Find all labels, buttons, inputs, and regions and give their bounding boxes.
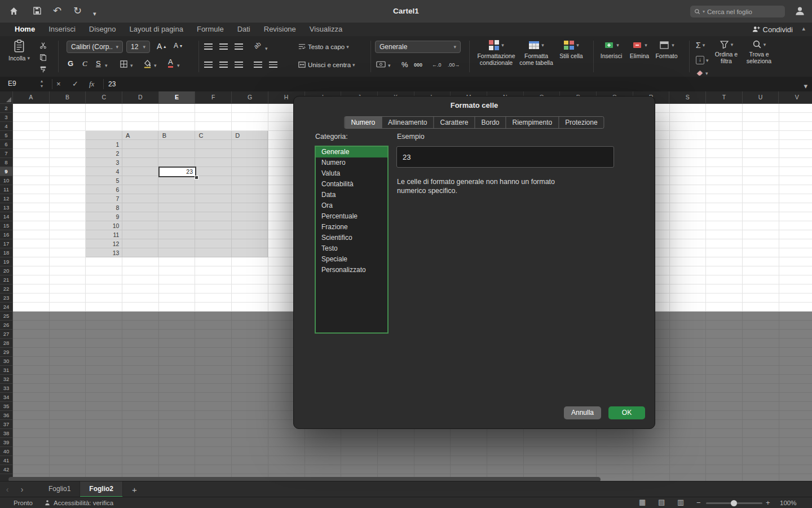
bold-button[interactable]: G — [68, 58, 73, 70]
cell-styles-button[interactable]: ▾ Stili cella — [557, 40, 585, 59]
orientation-icon[interactable]: ab — [253, 40, 262, 50]
format-cells-button[interactable]: ▾ Formato — [653, 40, 680, 59]
column-header-V[interactable]: V — [779, 91, 812, 103]
decrease-indent-icon[interactable] — [254, 62, 262, 68]
prev-sheet-icon[interactable]: ‹ — [0, 485, 15, 494]
sheet-tab-foglio2[interactable]: Foglio2 — [80, 481, 123, 497]
horizontal-scrollbar[interactable] — [8, 477, 601, 481]
column-header-C[interactable]: C — [86, 91, 122, 103]
column-header-A[interactable]: A — [13, 91, 50, 103]
row-header-28[interactable]: 28 — [0, 339, 12, 348]
fill-color-icon[interactable] — [143, 59, 152, 68]
row-header-7[interactable]: 7 — [0, 149, 12, 158]
clear-button[interactable]: ▾ — [696, 69, 708, 77]
row-header-40[interactable]: 40 — [0, 447, 12, 456]
category-ora[interactable]: Ora — [316, 200, 387, 211]
column-header-U[interactable]: U — [743, 91, 779, 103]
find-select-button[interactable]: ▾ Trova e seleziona — [743, 40, 775, 64]
row-header-30[interactable]: 30 — [0, 357, 12, 366]
fill-color-dropdown-icon[interactable]: ▾ — [154, 63, 157, 68]
borders-icon[interactable] — [120, 60, 128, 68]
data-table-region[interactable]: ABCD12345678910111213 — [86, 131, 268, 257]
font-size-select[interactable]: 12▾ — [126, 41, 150, 53]
percent-style-button[interactable]: % — [401, 59, 408, 71]
name-box-stepper[interactable]: ▴▾ — [41, 78, 43, 89]
row-header-34[interactable]: 34 — [0, 393, 12, 402]
align-bottom-icon[interactable] — [235, 43, 243, 50]
comma-style-button[interactable]: 000 — [414, 62, 422, 68]
row-header-18[interactable]: 18 — [0, 248, 12, 257]
grow-font-button[interactable]: A▴ — [157, 42, 166, 51]
category-speciale[interactable]: Speciale — [316, 254, 387, 265]
zoom-in-icon[interactable]: + — [766, 497, 770, 508]
row-header-5[interactable]: 5 — [0, 131, 12, 140]
align-right-icon[interactable] — [235, 62, 243, 68]
name-box[interactable]: E9 — [8, 80, 16, 87]
accessibility-status[interactable]: Accessibilità: verifica — [44, 497, 113, 508]
collapse-ribbon-icon[interactable]: ▴ — [802, 25, 805, 32]
cancel-button[interactable]: Annulla — [564, 406, 601, 419]
row-header-25[interactable]: 25 — [0, 312, 12, 321]
page-break-view-icon[interactable]: ▥ — [677, 498, 684, 506]
italic-button[interactable]: C — [82, 58, 87, 70]
column-header-F[interactable]: F — [195, 91, 232, 103]
merge-center-button[interactable]: Unisci e centra ▾ — [298, 60, 355, 69]
row-header-26[interactable]: 26 — [0, 321, 12, 330]
formula-input[interactable]: 23 — [108, 80, 116, 88]
align-left-icon[interactable] — [204, 62, 213, 68]
category-scientifico[interactable]: Scientifico — [316, 233, 387, 243]
underline-button[interactable]: S — [96, 58, 101, 70]
insert-cells-button[interactable]: ▾ Inserisci — [598, 40, 625, 59]
accounting-format-icon[interactable] — [376, 61, 386, 68]
font-name-select[interactable]: Calibri (Corp...▾ — [67, 41, 123, 53]
insert-function-icon[interactable]: fx — [89, 80, 94, 89]
row-header-16[interactable]: 16 — [0, 230, 12, 239]
tab-layout-di-pagina[interactable]: Layout di pagina — [123, 23, 190, 36]
cancel-entry-icon[interactable]: × — [56, 80, 61, 89]
account-avatar-icon[interactable] — [795, 6, 805, 16]
tab-dati[interactable]: Dati — [231, 23, 257, 36]
confirm-entry-icon[interactable]: ✓ — [72, 80, 78, 89]
row-header-27[interactable]: 27 — [0, 330, 12, 339]
row-header-19[interactable]: 19 — [0, 257, 12, 266]
column-header-E[interactable]: E — [159, 91, 196, 103]
row-header-23[interactable]: 23 — [0, 294, 12, 303]
row-header-29[interactable]: 29 — [0, 348, 12, 357]
row-header-42[interactable]: 42 — [0, 465, 12, 474]
row-header-14[interactable]: 14 — [0, 212, 12, 221]
tab-revisione[interactable]: Revisione — [257, 23, 303, 36]
sort-filter-button[interactable]: ▾ Ordina e filtra — [712, 40, 741, 64]
cut-icon[interactable] — [39, 42, 47, 49]
search-field[interactable]: ▾ Cerca nel foglio — [690, 6, 785, 17]
zoom-slider[interactable] — [706, 502, 762, 504]
row-header-32[interactable]: 32 — [0, 375, 12, 384]
dialog-tab-numero[interactable]: Numero — [345, 117, 382, 128]
category-testo[interactable]: Testo — [316, 243, 387, 254]
delete-cells-button[interactable]: ▾ Elimina — [627, 40, 652, 59]
category-data[interactable]: Data — [316, 190, 387, 200]
select-all-corner[interactable] — [0, 91, 13, 104]
formula-bar-expand-icon[interactable]: ▾ — [804, 82, 807, 91]
category-percentuale[interactable]: Percentuale — [316, 211, 387, 222]
tab-formule[interactable]: Formule — [190, 23, 231, 36]
next-sheet-icon[interactable]: › — [15, 485, 29, 494]
tab-visualizza[interactable]: Visualizza — [303, 23, 349, 36]
category-personalizzato[interactable]: Personalizzato — [316, 265, 387, 275]
share-button[interactable]: Condividi — [752, 23, 793, 36]
underline-dropdown-icon[interactable]: ▾ — [105, 63, 108, 68]
selected-cell[interactable]: 23 — [158, 167, 196, 177]
row-header-31[interactable]: 31 — [0, 366, 12, 375]
sheet-tab-foglio1[interactable]: Foglio1 — [39, 481, 80, 497]
category-numero[interactable]: Numero — [316, 157, 387, 168]
dialog-tab-allineamento[interactable]: Allineamento — [382, 117, 434, 128]
row-header-2[interactable]: 2 — [0, 104, 12, 113]
tab-disegno[interactable]: Disegno — [82, 23, 123, 36]
row-header-11[interactable]: 11 — [0, 185, 12, 194]
row-header-36[interactable]: 36 — [0, 411, 12, 420]
increase-decimal-icon[interactable]: ←.0 — [432, 62, 442, 68]
row-header-3[interactable]: 3 — [0, 113, 12, 122]
row-header-9[interactable]: 9 — [0, 167, 12, 176]
column-header-D[interactable]: D — [122, 91, 159, 103]
shrink-font-button[interactable]: A▾ — [174, 42, 182, 50]
conditional-formatting-button[interactable]: ▾ Formattazione condizionale — [473, 40, 520, 66]
